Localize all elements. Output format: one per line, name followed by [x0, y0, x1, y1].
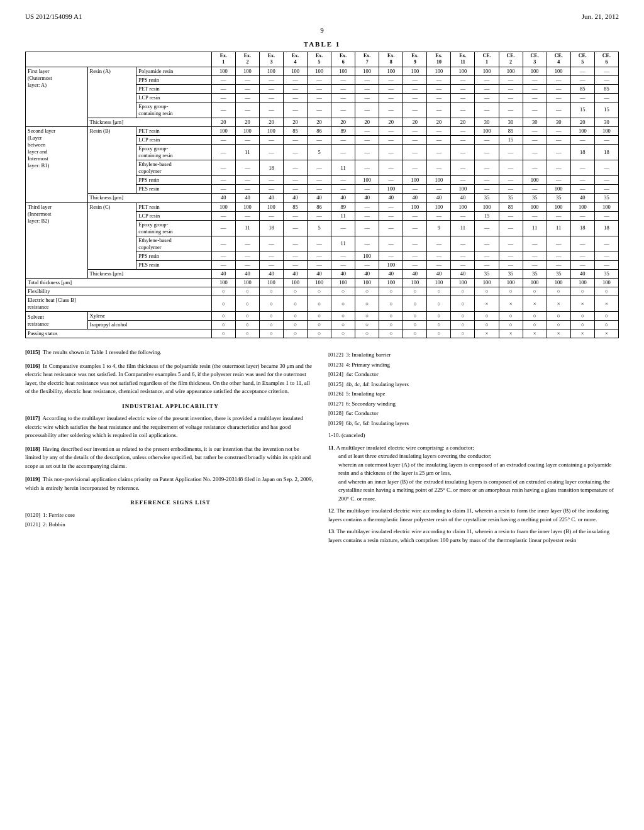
ref-text: 4b, 4c, 4d: Insulating layers	[346, 380, 409, 389]
claim-13: 13. The multilayer insulated electric wi…	[328, 528, 619, 545]
para-text: According to the multilayer insulated el…	[25, 415, 303, 438]
ref-text: 6: Secondary winding	[346, 400, 396, 409]
date: Jun. 21, 2012	[582, 13, 619, 20]
ref-text: 2: Bobbin	[43, 521, 65, 529]
ref-item: [0126] 5: Insulating tape	[328, 390, 619, 399]
ref-num: [0123]	[328, 361, 343, 370]
page-number: 9	[25, 26, 619, 34]
ref-text: 6a: Conductor	[346, 409, 379, 418]
table-row: Flexibility ○○○○○○○○○○○○○○○○○	[26, 287, 619, 296]
main-table: Ex.1 Ex.2 Ex.3 Ex.4 Ex.5 Ex.6 Ex.7 Ex.8 …	[25, 52, 619, 338]
table-row: Solventresistance Xylene ○○○○○○○○○○○○○○○…	[26, 312, 619, 321]
para-text: This non-provisional application claims …	[25, 476, 313, 491]
table-row: Electric heat [Class B]resistance ○○○○○○…	[26, 296, 619, 312]
patent-number: US 2012/154099 A1	[25, 13, 82, 20]
cancelled-notice: 1-10. (canceled)	[328, 431, 619, 440]
ref-item: [0129] 6b, 6c, 6d: Insulating layers	[328, 419, 619, 428]
cancelled-text: 1-10. (canceled)	[328, 432, 365, 438]
ref-num: [0128]	[328, 409, 343, 418]
claim-12: 12. The multilayer insulated electric wi…	[328, 507, 619, 524]
paragraph-0116: [0116] In Comparative examples 1 to 4, t…	[25, 362, 316, 396]
table-row: Thickness [μm] 2020202020202020202020303…	[26, 118, 619, 127]
para-text: Having described our invention as relate…	[25, 446, 311, 469]
ref-item: [0127] 6: Secondary winding	[328, 400, 619, 409]
table-row: Passing status ○○○○○○○○○○○××××××	[26, 329, 619, 338]
paragraph-0115: [0115] The results shown in Table 1 reve…	[25, 348, 316, 357]
ref-item: [0124] 4a: Conductor	[328, 370, 619, 379]
ref-text: 4: Primary winding	[346, 361, 390, 370]
ref-num: [0120]	[25, 511, 40, 520]
table-row: Third layer(Innermostlayer: B2) Resin (C…	[26, 202, 619, 211]
ref-num: [0121]	[25, 521, 40, 529]
para-num: [0118]	[25, 446, 40, 452]
ref-text: 1: Ferrite core	[43, 511, 75, 520]
section-title-industrial: INDUSTRIAL APPLICABILITY	[25, 402, 316, 411]
table-row: First layer(Outermostlayer: A) Resin (A)…	[26, 67, 619, 75]
ref-num: [0124]	[328, 370, 343, 379]
content-area: [0115] The results shown in Table 1 reve…	[25, 348, 619, 548]
ref-num: [0126]	[328, 390, 343, 399]
ref-text: 3: Insulating barrier	[346, 351, 391, 360]
right-column: [0122] 3: Insulating barrier [0123] 4: P…	[328, 348, 619, 548]
ref-text: 6b, 6c, 6d: Insulating layers	[346, 419, 409, 428]
table-row: Second layer(Layerbetweenlayer andInterm…	[26, 127, 619, 136]
ref-num: [0122]	[328, 351, 343, 360]
ref-text: 4a: Conductor	[346, 370, 379, 379]
claim-indent: and wherein an inner layer (B) of the ex…	[338, 478, 619, 504]
paragraph-0117: [0117] According to the multilayer insul…	[25, 414, 316, 440]
claim-number: 11	[328, 445, 334, 451]
para-num: [0117]	[25, 415, 40, 421]
ref-num: [0129]	[328, 419, 343, 428]
table-row: Thickness [μm] 4040404040404040404040353…	[26, 269, 619, 278]
table-row: Isopropyl alcohol ○○○○○○○○○○○○○○○○○	[26, 321, 619, 329]
paragraph-0119: [0119] This non-provisional application …	[25, 475, 316, 492]
section-title-refs: REFERENCE SIGNS LIST	[25, 499, 316, 507]
claims-section: 1-10. (canceled) 11. A multilayer insula…	[328, 431, 619, 545]
para-num: [0115]	[25, 349, 40, 355]
para-text: In Comparative examples 1 to 4, the film…	[25, 363, 312, 395]
para-num: [0116]	[25, 363, 40, 369]
ref-item: [0125] 4b, 4c, 4d: Insulating layers	[328, 380, 619, 389]
table-row: Thickness [μm] 4040404040404040404040353…	[26, 194, 619, 202]
para-num: [0119]	[25, 476, 40, 482]
ref-item: [0120] 1: Ferrite core	[25, 511, 316, 520]
claim-number: 13	[328, 528, 334, 534]
paragraph-0118: [0118] Having described our invention as…	[25, 445, 316, 471]
claim-11: 11. A multilayer insulated electric wire…	[328, 444, 619, 504]
para-text: The results shown in Table 1 revealed th…	[43, 349, 162, 355]
ref-item: [0128] 6a: Conductor	[328, 409, 619, 418]
ref-num: [0127]	[328, 400, 343, 409]
claim-indent: and at least three extruded insulating l…	[338, 452, 619, 461]
table-title: TABLE 1	[25, 40, 619, 48]
reference-list: [0120] 1: Ferrite core [0121] 2: Bobbin	[25, 511, 316, 529]
reference-list-right: [0122] 3: Insulating barrier [0123] 4: P…	[328, 351, 619, 428]
claim-indent: wherein an outermost layer (A) of the in…	[338, 461, 619, 478]
ref-item: [0123] 4: Primary winding	[328, 361, 619, 370]
claim-number: 12	[328, 507, 334, 514]
ref-num: [0125]	[328, 380, 343, 389]
page-header: US 2012/154099 A1 Jun. 21, 2012	[25, 13, 619, 20]
ref-text: 5: Insulating tape	[346, 390, 386, 399]
ref-item: [0121] 2: Bobbin	[25, 521, 316, 529]
ref-item: [0122] 3: Insulating barrier	[328, 351, 619, 360]
left-column: [0115] The results shown in Table 1 reve…	[25, 348, 316, 548]
table-row: Total thickness [μm] 1001001001001001001…	[26, 278, 619, 287]
